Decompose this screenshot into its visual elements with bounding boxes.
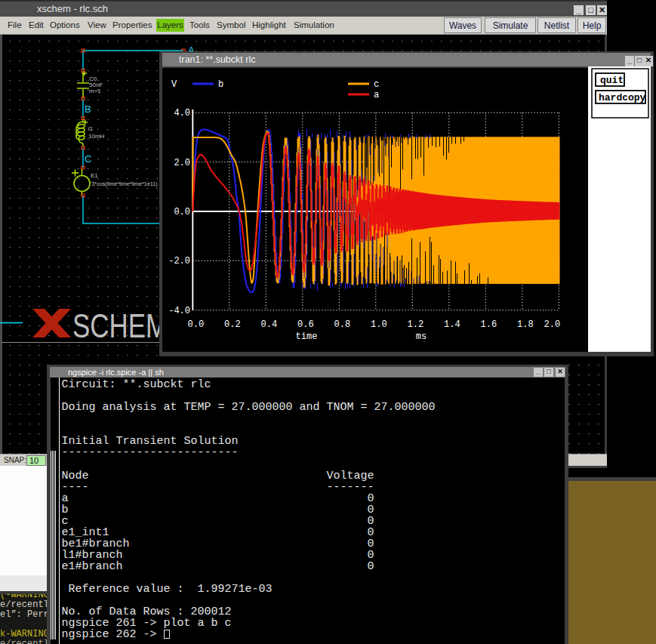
svg-text:a: a [374,90,379,100]
svg-text:time: time [296,331,318,342]
svg-text:0.4: 0.4 [260,319,277,330]
svg-text:-2.0: -2.0 [168,256,190,267]
svg-text:10mH: 10mH [88,133,105,140]
svg-text:V: V [171,79,177,90]
svg-text:l1: l1 [88,125,94,132]
svg-text:m=1: m=1 [89,88,101,94]
svg-text:2.0: 2.0 [544,319,560,330]
svg-text:0.0: 0.0 [187,319,204,330]
svg-text:1.4: 1.4 [444,319,460,330]
svg-text:'3*cos(time*time*time*1e11): '3*cos(time*time*time*1e11) [91,180,158,187]
svg-text:E1: E1 [91,172,98,179]
svg-text:hardcopy: hardcopy [599,92,646,103]
svg-text:SCHEM: SCHEM [72,307,168,344]
svg-text:quit: quit [600,75,624,86]
svg-text:b: b [218,79,223,90]
svg-text:c: c [374,79,379,90]
svg-text:1.2: 1.2 [407,319,423,330]
svg-text:2.0: 2.0 [174,158,190,168]
svg-text:0.2: 0.2 [224,319,241,330]
svg-text:1.0: 1.0 [371,319,387,330]
svg-text:1.8: 1.8 [517,319,534,330]
svg-text:0.6: 0.6 [297,319,314,330]
svg-text:1.6: 1.6 [480,319,497,330]
svg-text:-4.0: -4.0 [168,306,190,316]
svg-text:ms: ms [416,331,427,342]
svg-text:C: C [85,153,91,165]
svg-text:4.0: 4.0 [174,108,190,119]
svg-text:0.8: 0.8 [334,319,350,330]
svg-text:0.0: 0.0 [174,207,190,217]
svg-text:B: B [85,103,91,115]
